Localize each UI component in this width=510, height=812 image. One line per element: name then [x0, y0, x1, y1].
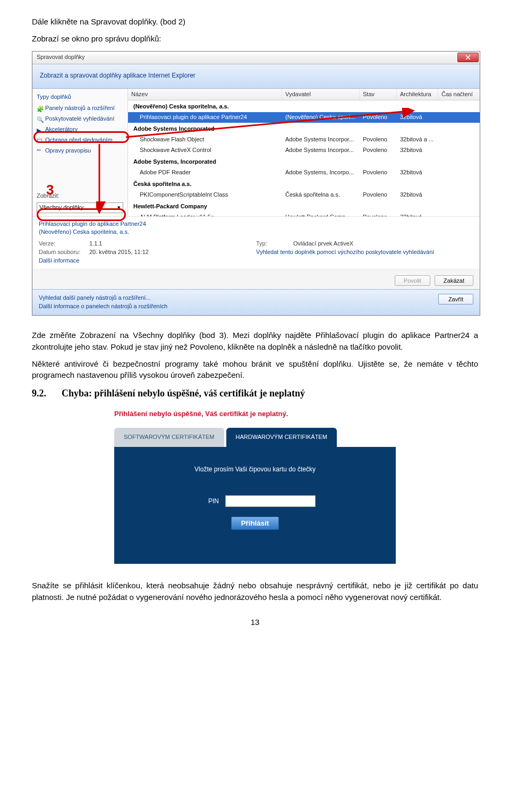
login-error: Přihlášení nebylo úspěšné, Váš certifiká…: [114, 409, 396, 419]
heading-text: Chyba: přihlášení nebylo úspěšné, váš ce…: [62, 388, 305, 399]
enable-button[interactable]: Povolit: [395, 275, 430, 286]
list-row[interactable]: ALM Platform Loader v11.5xHewlett-Packar…: [128, 212, 480, 216]
search-icon: 🔍: [37, 116, 43, 122]
sidebar-item-spelling[interactable]: ᴬᴮOpravy pravopisu: [32, 146, 128, 156]
more-info-link[interactable]: Další informace: [39, 257, 79, 264]
col-arch[interactable]: Architektura: [397, 89, 438, 100]
close-footer-button[interactable]: Zavřít: [438, 294, 473, 304]
login-button[interactable]: Přihlásit: [231, 517, 279, 530]
list-header: Název Vydavatel Stav Architektura Čas na…: [128, 89, 480, 101]
col-state[interactable]: Stav: [360, 89, 397, 100]
learn-more-link[interactable]: Další informace o panelech nástrojů a ro…: [39, 302, 167, 311]
login-card: Vložte prosím Vaši čipovou kartu do čteč…: [114, 447, 396, 564]
sidebar-item-accelerators[interactable]: ▶Akcelerátory: [32, 124, 128, 135]
show-dropdown[interactable]: Všechny doplňky ▾: [37, 202, 123, 213]
selection-meta: Verze:1.1.1 Datum souboru:20. května 201…: [32, 238, 480, 269]
selection-publisher: (Neověřeno) Ceska sporitelna, a.s.: [39, 228, 473, 236]
sidebar-item-search-providers[interactable]: 🔍Poskytovatelé vyhledávání: [32, 114, 128, 124]
col-name[interactable]: Název: [128, 89, 282, 100]
selection-info: Prihlasovaci plugin do aplikace Partner2…: [32, 216, 480, 238]
annotation-number: 3: [46, 180, 54, 200]
selection-name: Prihlasovaci plugin do aplikace Partner2…: [39, 220, 473, 229]
intro-line-2: Zobrazí se okno pro správu doplňků:: [32, 33, 478, 45]
date-label: Datum souboru:: [39, 248, 89, 257]
intro-line-1: Dále klikněte na Spravovat doplňky. (bod…: [32, 16, 478, 28]
tab-software-cert[interactable]: SOFTWAROVÝM CERTIFIKÁTEM: [114, 428, 224, 447]
manage-addons-dialog: 3 Spravovat doplňky Zobrazit a spravovat…: [32, 51, 480, 316]
find-more-link[interactable]: Vyhledat další panely nástrojů a rozšíře…: [39, 294, 167, 302]
list-group: (Neověřeno) Ceska sporitelna, a.s.: [128, 100, 480, 112]
version-value: 1.1.1: [89, 240, 102, 247]
pin-input[interactable]: [225, 495, 316, 507]
col-loadtime[interactable]: Čas načtení: [438, 89, 480, 100]
list-row[interactable]: PKIComponentScriptableInt ClassČeská spo…: [128, 190, 480, 200]
list-group: Adobe Systems, Incorporated: [128, 156, 480, 167]
abc-icon: ᴬᴮ: [37, 148, 43, 154]
list-row[interactable]: Shockwave Flash ObjectAdobe Systems Inco…: [128, 134, 480, 145]
list-row[interactable]: Adobe PDF ReaderAdobe Systems, Incorpo..…: [128, 167, 480, 178]
dialog-header: Zobrazit a spravovat doplňky aplikace In…: [32, 64, 480, 89]
disable-button[interactable]: Zakázat: [435, 275, 473, 286]
col-publisher[interactable]: Vydavatel: [282, 89, 360, 100]
heading-9-2: 9.2.Chyba: přihlášení nebylo úspěšné, vá…: [32, 386, 478, 400]
toolbar-icon: 🧩: [37, 105, 43, 112]
list-row[interactable]: Shockwave ActiveX ControlAdobe Systems I…: [128, 145, 480, 156]
date-value: 20. května 2015, 11:12: [89, 249, 149, 255]
type-value: Ovládací prvek ActiveX: [293, 240, 353, 247]
list-group: Hewlett-Packard Company: [128, 200, 480, 212]
addons-list: Název Vydavatel Stav Architektura Čas na…: [128, 89, 480, 216]
sidebar-heading: Typy doplňků: [32, 92, 128, 104]
page-number: 13: [32, 616, 478, 628]
list-group: Česká spořitelna a.s.: [128, 178, 480, 190]
close-button[interactable]: [457, 53, 479, 62]
shield-icon: 🛡: [37, 137, 43, 143]
type-label: Typ:: [256, 240, 293, 248]
chevron-down-icon: ▾: [117, 204, 121, 212]
tail-para: Snažíte se přihlásit klíčenkou, která ne…: [32, 580, 478, 603]
tab-hardware-cert[interactable]: HARDWAROVÝM CERTIFIKÁTEM: [226, 428, 337, 447]
titlebar: Spravovat doplňky: [32, 52, 480, 64]
list-group: Adobe Systems Incorporated: [128, 123, 480, 134]
login-tabs: SOFTWAROVÝM CERTIFIKÁTEM HARDWAROVÝM CER…: [114, 428, 396, 447]
version-label: Verze:: [39, 240, 89, 248]
sidebar-item-tracking[interactable]: 🛡Ochrana před sledováním: [32, 135, 128, 146]
show-dropdown-value: Všechny doplňky: [39, 204, 83, 212]
list-row[interactable]: Prihlasovaci plugin do aplikace Partner2…: [128, 112, 480, 123]
action-buttons: Povolit Zakázat: [32, 269, 480, 289]
login-screenshot: Přihlášení nebylo úspěšné, Váš certifiká…: [32, 408, 478, 564]
dialog-footer: Vyhledat další panely nástrojů a rozšíře…: [32, 289, 480, 315]
post-para-1: Zde změňte Zobrazení na Všechny doplňky …: [32, 329, 478, 353]
dialog-title: Spravovat doplňky: [37, 53, 457, 62]
post-para-2: Některé antivirové či bezpečnostní progr…: [32, 358, 478, 382]
heading-number: 9.2.: [32, 386, 62, 400]
close-icon: [465, 55, 471, 60]
accelerator-icon: ▶: [37, 126, 43, 133]
pin-label: PIN: [194, 497, 219, 506]
search-addon-link[interactable]: Vyhledat tento doplněk pomocí výchozího …: [256, 249, 434, 255]
login-prompt: Vložte prosím Vaši čipovou kartu do čteč…: [130, 465, 380, 474]
sidebar-item-toolbars[interactable]: 🧩Panely nástrojů a rozšíření: [32, 103, 128, 114]
